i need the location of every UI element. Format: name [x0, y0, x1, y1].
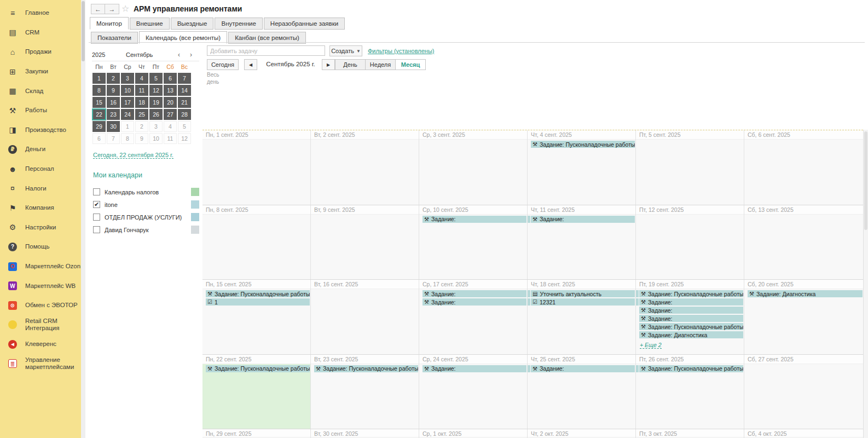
- mini-calendar-day[interactable]: 29: [92, 121, 106, 132]
- view-button-week[interactable]: Неделя: [365, 59, 396, 70]
- calendar-event[interactable]: ⚒Задание: Пусконаладочные работы: [206, 365, 310, 372]
- forward-button[interactable]: →: [105, 4, 119, 14]
- mini-calendar-day[interactable]: 10: [149, 133, 163, 144]
- mini-calendar-day[interactable]: 30: [107, 121, 120, 132]
- calendar-day-cell[interactable]: Сб, 13 сент. 2025: [744, 205, 863, 280]
- calendar-checkbox[interactable]: [93, 226, 100, 233]
- mini-calendar-day[interactable]: 7: [107, 133, 120, 144]
- calendar-day-cell[interactable]: Пт, 26 сент. 2025⚒Задание: Пусконаладочн…: [636, 355, 744, 429]
- calendar-day-cell[interactable]: Вт, 23 сент. 2025⚒Задание: Пусконаладочн…: [311, 355, 419, 429]
- calendar-event[interactable]: ⚒Задание: Пусконаладочные работы: [639, 290, 743, 297]
- show-more-link[interactable]: + Еще 2: [640, 342, 662, 349]
- mini-calendar-day[interactable]: 9: [135, 133, 148, 144]
- sidebar-item-help[interactable]: ?Помощь: [0, 237, 81, 257]
- mini-calendar-day[interactable]: 12: [149, 85, 163, 96]
- tab-field[interactable]: Выездные: [171, 18, 214, 30]
- calendar-day-cell[interactable]: Ср, 3 сент. 2025: [419, 130, 528, 205]
- calendar-event[interactable]: ⚒Задание:: [423, 216, 526, 223]
- calendar-day-cell[interactable]: Вт, 2 сент. 2025: [311, 130, 419, 205]
- calendar-event[interactable]: ⚒Задание: Диагностика: [748, 290, 863, 297]
- sidebar-scrollbar[interactable]: [81, 0, 85, 438]
- calendar-day-cell[interactable]: Вт, 30 сент. 2025: [311, 429, 419, 438]
- calendar-day-cell[interactable]: Сб, 6 сент. 2025: [744, 130, 863, 205]
- tab-unsorted[interactable]: Неразобранные заявки: [264, 18, 345, 30]
- calendar-day-cell[interactable]: Чт, 4 сент. 2025⚒Задание: Пусконаладочны…: [528, 130, 636, 205]
- calendar-day-cell[interactable]: Чт, 11 сент. 2025⚒Задание:: [528, 205, 636, 280]
- calendar-event[interactable]: ⚒Задание:: [531, 365, 635, 372]
- mini-calendar-day[interactable]: 4: [135, 73, 148, 84]
- mini-calendar-day[interactable]: 25: [135, 109, 148, 120]
- sidebar-item-kleverens[interactable]: ◄Клеверенс: [0, 335, 81, 354]
- sidebar-item-production[interactable]: ◨Производство: [0, 120, 81, 140]
- calendar-event[interactable]: ⚒Задание: Пусконаладочные работы: [314, 365, 418, 372]
- today-date-link[interactable]: Сегодня, 22 сентября 2025 г.: [93, 152, 173, 159]
- sidebar-item-settings[interactable]: ⚙Настройки: [0, 218, 81, 238]
- mini-calendar-day[interactable]: 1: [92, 73, 106, 84]
- calendar-day-cell[interactable]: Ср, 17 сент. 2025⚒Задание:⚒Задание:: [419, 280, 528, 354]
- mini-calendar-day[interactable]: 11: [135, 85, 148, 96]
- mini-calendar-day[interactable]: 18: [135, 97, 148, 108]
- calendar-checkbox[interactable]: [93, 188, 100, 195]
- sidebar-item-retailcrm[interactable]: ●Retail CRM Интеграция: [0, 315, 81, 335]
- mini-calendar-day[interactable]: 19: [149, 97, 163, 108]
- calendar-event[interactable]: ⚒Задание: Пусконаладочные работы: [531, 141, 635, 148]
- prev-period-button[interactable]: ◀: [244, 59, 257, 70]
- sidebar-item-personnel[interactable]: ☻Персонал: [0, 159, 81, 179]
- sidebar-item-marketplace-mgmt[interactable]: ≣Управление маркетплейсами: [0, 354, 81, 374]
- calendar-day-cell[interactable]: Сб, 20 сент. 2025⚒Задание: Диагностика: [744, 280, 863, 354]
- calendar-event[interactable]: ▤Уточнить актуальность: [531, 290, 635, 297]
- calendar-event[interactable]: ⚒Задание: Диагностика: [639, 331, 743, 338]
- mini-calendar-day[interactable]: 27: [164, 109, 177, 120]
- calendar-event[interactable]: ⚒Задание:: [639, 298, 743, 306]
- tab-internal[interactable]: Внутренние: [215, 18, 262, 30]
- calendar-event[interactable]: ⚒Задание:: [423, 365, 526, 372]
- next-period-button[interactable]: ▶: [322, 59, 335, 70]
- mini-calendar-day[interactable]: 4: [164, 121, 177, 132]
- mini-calendar-day[interactable]: 21: [178, 97, 191, 108]
- view-button-month[interactable]: Месяц: [395, 59, 426, 70]
- mini-calendar-day[interactable]: 14: [178, 85, 191, 96]
- tab-external[interactable]: Внешние: [130, 18, 170, 30]
- mini-calendar-day[interactable]: 12: [178, 133, 191, 144]
- calendar-event[interactable]: ☑12321: [531, 298, 635, 306]
- calendar-day-cell[interactable]: Пн, 15 сент. 2025⚒Задание: Пусконаладочн…: [202, 280, 311, 354]
- mini-calendar-day[interactable]: 28: [178, 109, 191, 120]
- calendar-day-cell[interactable]: Чт, 18 сент. 2025▤Уточнить актуальность☑…: [528, 280, 636, 354]
- calendar-day-cell[interactable]: Сб, 4 окт. 2025: [744, 429, 863, 438]
- tab-monitor[interactable]: Монитор: [90, 17, 129, 30]
- mini-calendar-day[interactable]: 10: [121, 85, 134, 96]
- mini-calendar-day[interactable]: 5: [178, 121, 191, 132]
- calendar-day-cell[interactable]: Пн, 8 сент. 2025: [202, 205, 311, 280]
- mini-calendar-day[interactable]: 9: [107, 85, 120, 96]
- calendar-checkbox[interactable]: [93, 214, 100, 221]
- calendar-day-cell[interactable]: Сб, 27 сент. 2025: [744, 355, 863, 429]
- calendar-event[interactable]: ⚒Задание:: [531, 216, 635, 223]
- sidebar-item-company[interactable]: ⚑Компания: [0, 198, 81, 218]
- calendar-event[interactable]: ⚒Задание:: [423, 290, 526, 297]
- mini-calendar-day[interactable]: 2: [135, 121, 148, 132]
- mini-calendar-day[interactable]: 15: [92, 97, 106, 108]
- calendar-day-cell[interactable]: Пт, 3 окт. 2025: [636, 429, 744, 438]
- sidebar-item-taxes[interactable]: ¤Налоги: [0, 178, 81, 198]
- sidebar-item-money[interactable]: ₽Деньги: [0, 140, 81, 159]
- mini-calendar-day[interactable]: 22: [92, 109, 106, 120]
- filters-link[interactable]: Фильтры (установлены): [368, 48, 434, 54]
- calendar-day-cell[interactable]: Пн, 22 сент. 2025⚒Задание: Пусконаладочн…: [202, 355, 311, 429]
- mini-calendar-day[interactable]: 23: [107, 109, 120, 120]
- mini-calendar-day[interactable]: 17: [121, 97, 134, 108]
- calendar-day-cell[interactable]: Ср, 24 сент. 2025⚒Задание:: [419, 355, 528, 429]
- mini-calendar-day[interactable]: 20: [164, 97, 177, 108]
- mini-calendar-day[interactable]: 24: [121, 109, 134, 120]
- calendar-day-cell[interactable]: Чт, 2 окт. 2025: [528, 429, 636, 438]
- calendar-event[interactable]: ⚒Задание: Пусконаладочные работы: [639, 365, 743, 372]
- year-select[interactable]: 2025: [92, 51, 126, 58]
- mini-calendar-day[interactable]: 8: [121, 133, 134, 144]
- mini-prev-month-button[interactable]: ‹: [173, 51, 185, 59]
- mini-calendar-day[interactable]: 11: [164, 133, 177, 144]
- calendar-scrollbar-thumb[interactable]: [864, 131, 867, 230]
- mini-calendar-day[interactable]: 26: [149, 109, 163, 120]
- sidebar-item-works[interactable]: ⚒Работы: [0, 101, 81, 120]
- sidebar-item-main[interactable]: ≡Главное: [0, 3, 81, 23]
- sidebar-scrollbar-thumb[interactable]: [82, 1, 85, 61]
- calendar-day-cell[interactable]: Вт, 16 сент. 2025: [311, 280, 419, 354]
